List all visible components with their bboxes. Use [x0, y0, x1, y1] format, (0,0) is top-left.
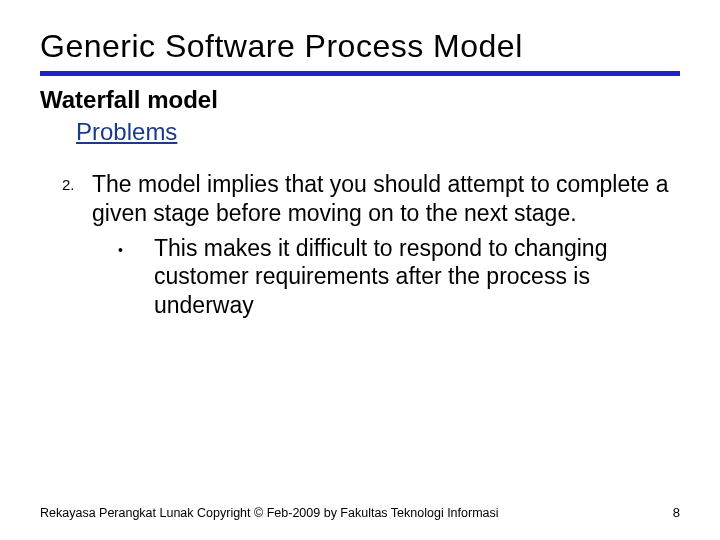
sub-list-text: This makes it difficult to respond to ch…: [154, 234, 680, 320]
list-number: 2.: [62, 170, 92, 193]
sub-list-item: • This makes it difficult to respond to …: [118, 234, 680, 320]
footer: Rekayasa Perangkat Lunak Copyright © Feb…: [40, 505, 680, 520]
footer-copyright: Rekayasa Perangkat Lunak Copyright © Feb…: [40, 506, 499, 520]
list-item: 2. The model implies that you should att…: [62, 170, 680, 228]
bullet-icon: •: [118, 234, 154, 258]
title-rule: [40, 71, 680, 76]
list-text: The model implies that you should attemp…: [92, 170, 680, 228]
subtitle: Waterfall model: [40, 86, 680, 114]
slide: Generic Software Process Model Waterfall…: [0, 0, 720, 540]
section-heading: Problems: [76, 118, 680, 146]
slide-title: Generic Software Process Model: [40, 28, 680, 65]
page-number: 8: [673, 505, 680, 520]
